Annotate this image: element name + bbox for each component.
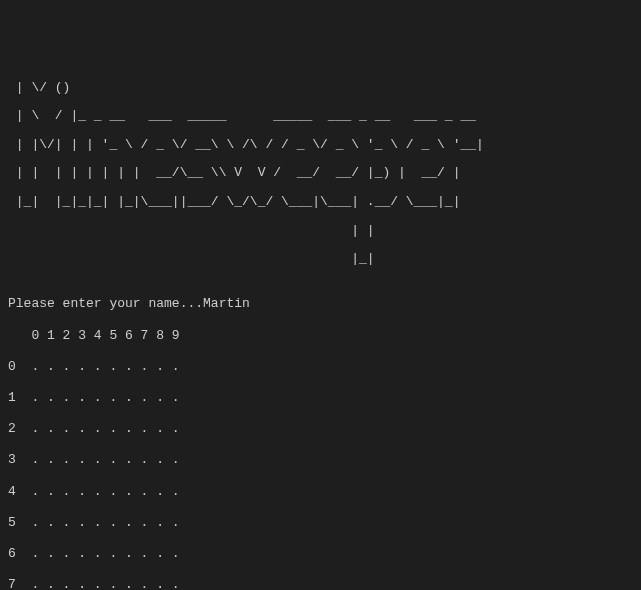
ascii-line: |_| |_|_|_| |_|\___||___/ \_/\_/ \___|\_… [8,195,633,209]
board-row: 2 . . . . . . . . . . [8,421,633,437]
board-row: 0 . . . . . . . . . . [8,359,633,375]
board-row: 7 . . . . . . . . . . [8,577,633,590]
ascii-line: | |\/| | | '_ \ / _ \/ __\ \ /\ / / _ \/… [8,138,633,152]
board-row: 1 . . . . . . . . . . [8,390,633,406]
board-header: 0 1 2 3 4 5 6 7 8 9 [8,328,633,344]
ascii-art-banner: | \/ () | \ / |_ _ __ ___ _____ _____ __… [8,66,633,280]
name-value: Martin [203,296,250,311]
ascii-line: | | | | | | | | __/\__ \\ V V / __/ __/ … [8,166,633,180]
board-row: 4 . . . . . . . . . . [8,484,633,500]
board-row: 5 . . . . . . . . . . [8,515,633,531]
ascii-line: | \/ () [8,81,633,95]
ascii-line: | | [8,224,633,238]
board-row: 3 . . . . . . . . . . [8,452,633,468]
name-prompt: Please enter your name... [8,296,203,311]
ascii-line: | \ / |_ _ __ ___ _____ _____ ___ _ __ _… [8,109,633,123]
ascii-line: |_| [8,252,633,266]
name-prompt-line: Please enter your name...Martin [8,296,633,312]
board-row: 6 . . . . . . . . . . [8,546,633,562]
